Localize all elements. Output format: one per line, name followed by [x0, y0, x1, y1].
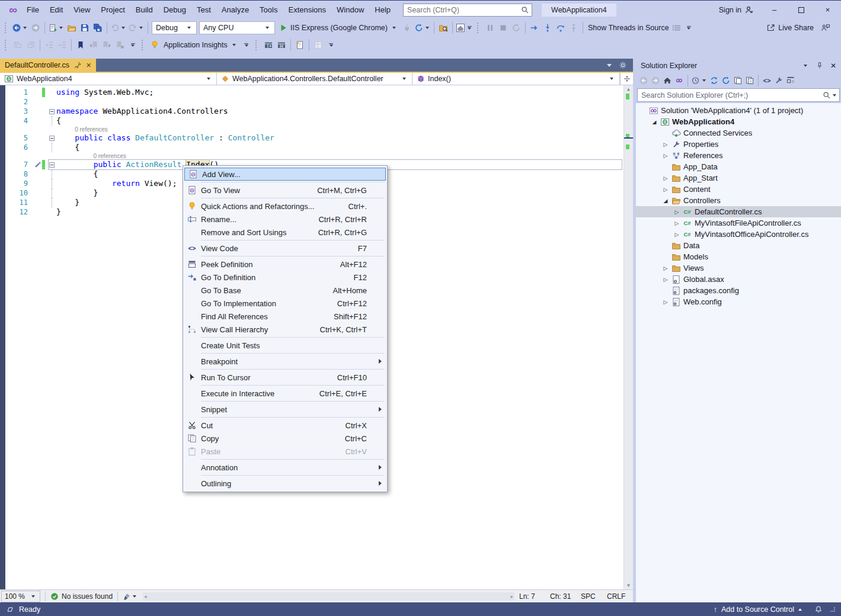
tree-item-references[interactable]: ▷References	[636, 150, 841, 161]
expand-arrow-icon[interactable]: ▷	[661, 265, 670, 271]
pin-tab-icon[interactable]	[73, 61, 82, 69]
se-back-icon[interactable]	[638, 74, 650, 87]
tree-item-defaultcontroller-cs[interactable]: ▷C#DefaultController.cs	[636, 206, 841, 217]
window-position-chevron-icon[interactable]	[804, 65, 807, 67]
codelens-references[interactable]: 0 references	[5, 126, 633, 133]
fold-collapse-icon[interactable]	[49, 109, 55, 114]
resize-grip[interactable]	[830, 607, 835, 612]
build-project-icon[interactable]	[275, 38, 288, 52]
visual-studio-logo-icon[interactable]: ∞	[5, 3, 21, 17]
breadcrumb-3[interactable]: Index()	[412, 73, 620, 85]
expand-arrow-icon[interactable]: ▷	[661, 299, 670, 305]
menu-view[interactable]: View	[68, 2, 95, 17]
breadcrumb-1[interactable]: WebApplication4	[0, 73, 217, 85]
toolbar-grip[interactable]	[255, 40, 260, 50]
nav-forward-icon[interactable]	[29, 21, 42, 35]
show-threads-in-source-button[interactable]: Show Threads in Source	[586, 23, 696, 33]
application-insights-button[interactable]: Application Insights	[161, 41, 240, 49]
platform-combo[interactable]: Any CPU	[199, 21, 275, 34]
close-panel-icon[interactable]: ✕	[830, 62, 836, 70]
breadcrumb-2[interactable]: WebApplication4.Controllers.DefaultContr…	[217, 73, 412, 85]
view-code-icon[interactable]: <>	[761, 74, 773, 87]
expand-arrow-icon[interactable]: ▷	[672, 209, 682, 215]
build-selection-icon[interactable]	[262, 38, 275, 52]
open-file-icon[interactable]	[65, 21, 78, 35]
tree-item-app-start[interactable]: ▷App_Start	[636, 172, 841, 184]
solution-explorer-search[interactable]: Search Solution Explorer (Ctrl+;)	[637, 88, 840, 102]
expand-arrow-icon[interactable]: ▷	[661, 187, 670, 192]
step-into-icon[interactable]	[541, 21, 554, 35]
menu-item-peek-definition[interactable]: Peek DefinitionAlt+F12	[183, 258, 387, 271]
scroll-down-icon[interactable]: ▼	[627, 583, 630, 588]
code-line[interactable]: 3namespace WebApplication4.Controllers	[5, 107, 633, 116]
pause-icon[interactable]	[484, 21, 497, 35]
tab-defaultcontroller[interactable]: DefaultController.cs ✕	[0, 59, 96, 72]
menu-item-annotation[interactable]: Annotation	[183, 461, 387, 474]
lightbulb-icon[interactable]	[148, 38, 161, 52]
split-editor-handle[interactable]	[620, 73, 633, 85]
overflow-chevron-icon[interactable]	[126, 38, 139, 52]
tree-item-web-config[interactable]: ▷Web.config	[636, 296, 841, 307]
tree-item-views[interactable]: ▷Views	[636, 262, 841, 274]
minimize-button[interactable]: –	[761, 1, 788, 19]
code-line[interactable]: 1using System.Web.Mvc;	[5, 88, 633, 97]
menu-item-execute-in-interactive[interactable]: Execute in InteractiveCtrl+E, Ctrl+E	[183, 387, 387, 400]
menu-item-add-view[interactable]: Add View...	[184, 168, 386, 181]
solution-explorer-title-bar[interactable]: Solution Explorer ✕	[636, 59, 841, 73]
menu-item-find-all-references[interactable]: Find All ReferencesShift+F12	[183, 310, 387, 323]
toggle-bookmark-icon[interactable]	[74, 38, 87, 52]
tab-list-chevron-icon[interactable]	[607, 64, 612, 67]
menu-item-view-call-hierarchy[interactable]: View Call HierarchyCtrl+K, Ctrl+T	[183, 323, 387, 336]
menu-debug[interactable]: Debug	[158, 2, 191, 17]
save-all-icon[interactable]	[91, 21, 104, 35]
save-icon[interactable]	[78, 21, 91, 35]
codelens-references[interactable]: 0 references	[5, 152, 633, 160]
hot-reload-icon[interactable]	[401, 21, 414, 35]
redo-icon[interactable]	[127, 21, 145, 35]
clear-bookmarks-icon[interactable]	[113, 38, 126, 52]
formatting-brush-icon[interactable]	[123, 592, 131, 601]
tree-item-connected-services[interactable]: Connected Services	[636, 127, 841, 139]
collapse-arrow-icon[interactable]: ◢	[650, 119, 659, 125]
expand-arrow-icon[interactable]: ▷	[661, 277, 670, 283]
menu-item-go-to-view[interactable]: Go To ViewCtrl+M, Ctrl+G	[183, 184, 387, 197]
menu-tools[interactable]: Tools	[254, 2, 283, 17]
menu-item-snippet[interactable]: Snippet	[183, 403, 387, 416]
menu-item-copy[interactable]: CopyCtrl+C	[183, 432, 387, 445]
navigate-backward-region-icon[interactable]	[11, 38, 24, 52]
restart-debug-icon[interactable]	[510, 21, 523, 35]
menu-item-create-unit-tests[interactable]: Create Unit Tests	[183, 339, 387, 352]
code-line[interactable]: 2	[5, 97, 633, 107]
menu-build[interactable]: Build	[130, 2, 158, 17]
overflow-chevron-icon[interactable]	[325, 38, 338, 52]
menu-item-breakpoint[interactable]: Breakpoint	[183, 355, 387, 368]
menu-item-remove-and-sort-usings[interactable]: Remove and Sort UsingsCtrl+R, Ctrl+G	[183, 226, 387, 239]
tree-item-myvintasoftfileapicontroller-cs[interactable]: ▷C#MyVintasoftFileApiController.cs	[636, 217, 841, 229]
menu-edit[interactable]: Edit	[44, 2, 68, 17]
tree-item-myvintasoftofficeapicontroller-cs[interactable]: ▷C#MyVintasoftOfficeApiController.cs	[636, 229, 841, 240]
menu-item-view-code[interactable]: <>View CodeF7	[183, 242, 387, 255]
scroll-up-icon[interactable]: ▲	[627, 86, 630, 92]
tree-item-properties[interactable]: ▷Properties	[636, 139, 841, 150]
maximize-button[interactable]	[788, 1, 814, 19]
menu-item-go-to-definition[interactable]: Go To DefinitionF12	[183, 271, 387, 284]
tree-item-solution-webapplication4-1-of-1-project[interactable]: Solution 'WebApplication4' (1 of 1 proje…	[636, 105, 841, 116]
menu-extensions[interactable]: Extensions	[283, 2, 331, 17]
code-line[interactable]: 6 {	[5, 143, 633, 152]
toolbar-grip[interactable]	[5, 23, 9, 33]
switch-views-icon[interactable]	[673, 74, 685, 87]
increase-indent-icon[interactable]	[56, 38, 69, 52]
auto-hide-pin-icon[interactable]	[816, 62, 824, 70]
add-to-source-control-button[interactable]: Add to Source Control	[721, 605, 794, 614]
menu-window[interactable]: Window	[331, 2, 369, 17]
fold-collapse-icon[interactable]	[49, 136, 55, 141]
nav-back-icon[interactable]	[11, 21, 29, 35]
code-line[interactable]: 5 public class DefaultController : Contr…	[5, 133, 633, 143]
toolbar-grip[interactable]	[142, 40, 146, 50]
toolbar-grip[interactable]	[477, 23, 481, 33]
notifications-bell-icon[interactable]	[814, 605, 823, 614]
home-icon[interactable]	[661, 74, 673, 87]
menu-file[interactable]: File	[21, 2, 44, 17]
live-share-button[interactable]: Live Share	[763, 23, 816, 33]
stop-icon[interactable]	[497, 21, 510, 35]
